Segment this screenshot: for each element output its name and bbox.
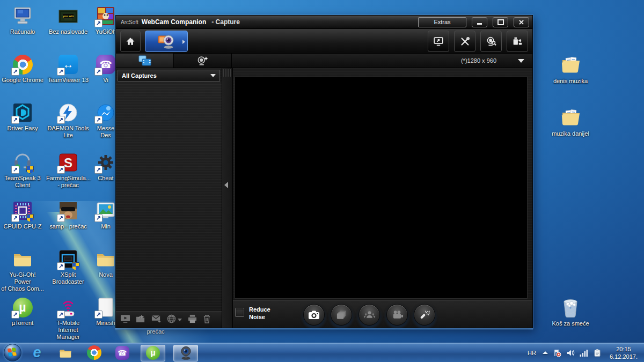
video-preview bbox=[235, 77, 528, 299]
action-center-flag-icon[interactable] bbox=[553, 349, 561, 357]
window-titlebar[interactable]: ArcSoft WebCam Companion - Capture Extra… bbox=[116, 16, 532, 29]
white-app-icon bbox=[94, 295, 118, 319]
email-icon bbox=[151, 314, 162, 325]
desktop-icon-google-chrome[interactable]: Google Chrome bbox=[1, 53, 45, 84]
language-indicator[interactable]: HR bbox=[526, 350, 538, 356]
image-viewer-icon bbox=[94, 199, 118, 223]
desktop-icon-koš-za-smeće[interactable]: Koš za smeće bbox=[548, 296, 592, 327]
volume-icon[interactable] bbox=[566, 349, 575, 357]
export-button[interactable] bbox=[136, 314, 146, 326]
tools-settings-button[interactable] bbox=[454, 31, 475, 52]
taskbar-internet-explorer[interactable]: e bbox=[27, 344, 47, 361]
captures-list-empty[interactable] bbox=[116, 83, 222, 311]
desktop-icon-denis-muzika[interactable]: denis muzika bbox=[548, 54, 592, 85]
home-button[interactable] bbox=[120, 31, 141, 52]
taskbar-viber[interactable]: ☎ bbox=[112, 344, 133, 361]
desktop-icon-cpuid-cpu-z[interactable]: CPUID CPU-Z bbox=[1, 199, 45, 230]
portrait-icon bbox=[364, 309, 375, 320]
web-button[interactable] bbox=[167, 314, 182, 326]
burst-button[interactable] bbox=[331, 304, 352, 326]
clock[interactable]: 20:15 6.12.2017. bbox=[606, 345, 641, 360]
screen: Računaloyou winBez naslovadeYuGiOhGoogle… bbox=[0, 0, 644, 362]
library-filter-dropdown[interactable]: All Captures bbox=[118, 70, 220, 82]
cheat-engine-icon bbox=[94, 151, 118, 174]
shortcut-arrow-icon bbox=[94, 214, 103, 222]
desktop-icon-teamspeak-3[interactable]: TeamSpeak 3 Client bbox=[1, 151, 45, 189]
folder-icon bbox=[94, 247, 118, 271]
maximize-icon bbox=[497, 19, 504, 25]
taskbar-utorrent-open[interactable]: µ bbox=[141, 345, 165, 361]
desktop-icon-računalo[interactable]: Računalo bbox=[1, 4, 45, 35]
capture-controls-bar: Reduce Noise bbox=[233, 300, 532, 328]
desktop-icon-µtorrent[interactable]: µµTorrent bbox=[1, 295, 45, 327]
display-switch-button[interactable] bbox=[428, 31, 449, 52]
shortcut-arrow-icon bbox=[57, 116, 65, 124]
capture-mode-button[interactable] bbox=[145, 31, 188, 52]
desktop-icon-yu-gi-oh-power[interactable]: Yu-Gi-Oh! Power of Chaos Com... bbox=[1, 247, 45, 292]
app-title: WebCam Companion bbox=[142, 18, 206, 26]
effects-spray-button[interactable] bbox=[414, 304, 435, 326]
minimize-button[interactable] bbox=[472, 17, 487, 27]
svg-text:S: S bbox=[64, 156, 72, 170]
show-hidden-icons-button[interactable] bbox=[543, 351, 548, 354]
taskbar-google-chrome[interactable] bbox=[84, 344, 104, 361]
close-button[interactable] bbox=[514, 17, 529, 27]
resolution-dropdown[interactable]: (*)1280 x 960 bbox=[232, 54, 532, 68]
reduce-noise-checkbox[interactable] bbox=[235, 308, 244, 317]
shortcut-arrow-icon bbox=[57, 166, 65, 174]
shortcut-arrow-icon bbox=[94, 68, 103, 76]
email-button[interactable] bbox=[151, 314, 162, 325]
tab-media-library[interactable] bbox=[116, 54, 174, 68]
system-tray: HR 20:15 6.12.2017. bbox=[526, 345, 644, 360]
taskbar-windows-explorer[interactable] bbox=[55, 344, 76, 361]
device-switch-icon bbox=[511, 35, 523, 47]
desktop-icon-muzika-danijel[interactable]: muzika danijel bbox=[548, 106, 592, 137]
start-button[interactable] bbox=[4, 344, 21, 361]
snapshot-button[interactable] bbox=[303, 304, 325, 326]
shortcut-arrow-icon bbox=[11, 166, 19, 174]
network-signal-icon[interactable] bbox=[580, 349, 588, 357]
media-library-icon bbox=[138, 55, 152, 67]
internet-explorer-icon: e bbox=[33, 344, 41, 361]
shortcut-arrow-icon bbox=[94, 311, 103, 319]
desktop-icon-label: muzika danijel bbox=[548, 130, 592, 137]
samp-icon bbox=[56, 199, 80, 223]
delete-button[interactable] bbox=[203, 314, 211, 326]
shortcut-arrow-icon bbox=[94, 19, 103, 27]
windows-explorer-icon bbox=[58, 346, 73, 360]
desktop-icon-label: Google Chrome bbox=[1, 77, 45, 84]
viber-icon: ☎ bbox=[115, 346, 129, 360]
webcam-preview-button[interactable] bbox=[480, 31, 502, 52]
effects-spray-icon bbox=[419, 309, 430, 321]
desktop-icon-driver-easy[interactable]: Driver Easy bbox=[1, 101, 45, 132]
panel-splitter[interactable] bbox=[222, 68, 233, 328]
home-icon bbox=[125, 36, 136, 47]
portrait-button[interactable] bbox=[358, 304, 380, 326]
extras-button[interactable]: Extras bbox=[418, 17, 466, 27]
print-button[interactable] bbox=[187, 314, 197, 326]
google-chrome-icon bbox=[87, 345, 101, 360]
taskbar-webcam-companion-open[interactable] bbox=[173, 345, 198, 361]
webcam-effects-icon bbox=[196, 55, 209, 66]
device-switch-button[interactable] bbox=[507, 31, 528, 52]
app-header bbox=[116, 29, 532, 54]
maximize-button[interactable] bbox=[493, 17, 508, 27]
resolution-value: (*)1280 x 960 bbox=[461, 57, 496, 64]
slideshow-icon bbox=[120, 314, 130, 326]
record-video-icon bbox=[391, 309, 404, 320]
device-manager-tray-icon[interactable] bbox=[593, 349, 602, 357]
capture-area: Reduce Noise bbox=[233, 68, 532, 328]
slideshow-button[interactable] bbox=[120, 314, 130, 326]
taskbar: e☎µ HR 20:15 6.12.2017. bbox=[0, 343, 644, 362]
collapse-panel-arrow-icon[interactable] bbox=[224, 182, 228, 188]
record-video-button[interactable] bbox=[386, 304, 408, 326]
folder-docs-icon bbox=[559, 54, 582, 77]
shortcut-arrow-icon bbox=[94, 166, 103, 174]
folder-docs-icon bbox=[559, 106, 582, 130]
print-icon bbox=[187, 314, 197, 326]
reduce-noise-label: Reduce Noise bbox=[249, 306, 270, 321]
minimize-icon bbox=[477, 23, 482, 25]
xsplit-icon bbox=[56, 247, 80, 271]
tab-webcam-effects[interactable] bbox=[174, 54, 232, 68]
delete-icon bbox=[203, 314, 211, 326]
